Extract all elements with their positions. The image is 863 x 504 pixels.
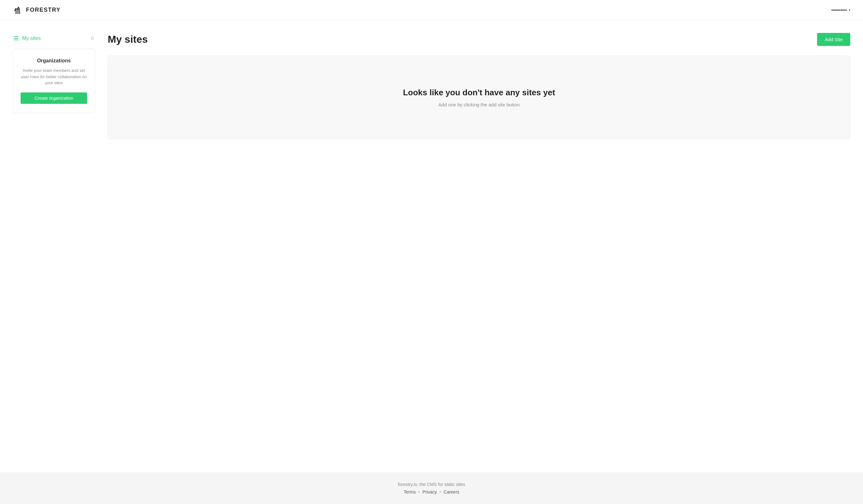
empty-state: Looks like you don't have any sites yet … xyxy=(108,55,850,139)
footer-careers-link[interactable]: Careers xyxy=(443,489,459,494)
main-content: My sites Add Site Looks like you don't h… xyxy=(108,33,850,460)
organizations-card: Organizations Invite your team members a… xyxy=(13,49,95,113)
sidebar-item-count: 0 xyxy=(91,36,94,41)
content-header: My sites Add Site xyxy=(108,33,850,46)
create-organization-button[interactable]: Create organization xyxy=(21,92,87,104)
chevron-down-icon: ▾ xyxy=(849,8,850,12)
user-menu[interactable]: •••••••••• ▾ xyxy=(831,8,850,13)
sidebar: My sites 0 Organizations Invite your tea… xyxy=(13,33,95,460)
footer-links: Terms • Privacy • Careers xyxy=(13,489,850,494)
menu-icon xyxy=(14,36,18,40)
header: FORESTRY •••••••••• ▾ xyxy=(0,0,863,20)
sidebar-item-label: My sites xyxy=(22,36,41,41)
footer-separator-2: • xyxy=(439,489,441,494)
footer-separator-1: • xyxy=(418,489,420,494)
empty-state-description: Add one by clicking the add site button xyxy=(121,102,837,107)
add-site-button[interactable]: Add Site xyxy=(817,33,850,46)
empty-state-title: Looks like you don't have any sites yet xyxy=(121,87,837,98)
logo: FORESTRY xyxy=(13,5,61,15)
footer-tagline: forestry.io, the CMS for static sites xyxy=(13,482,850,487)
logo-text: FORESTRY xyxy=(26,7,61,13)
footer: forestry.io, the CMS for static sites Te… xyxy=(0,472,863,504)
sidebar-item-my-sites[interactable]: My sites 0 xyxy=(13,33,95,44)
footer-terms-link[interactable]: Terms xyxy=(404,489,416,494)
main-layout: My sites 0 Organizations Invite your tea… xyxy=(0,20,863,472)
page-title: My sites xyxy=(108,34,148,45)
footer-privacy-link[interactable]: Privacy xyxy=(422,489,437,494)
forestry-logo-icon xyxy=(13,5,23,15)
org-card-title: Organizations xyxy=(21,58,87,64)
org-card-description: Invite your team members and set user ro… xyxy=(21,67,87,86)
user-menu-label: •••••••••• xyxy=(831,8,847,13)
